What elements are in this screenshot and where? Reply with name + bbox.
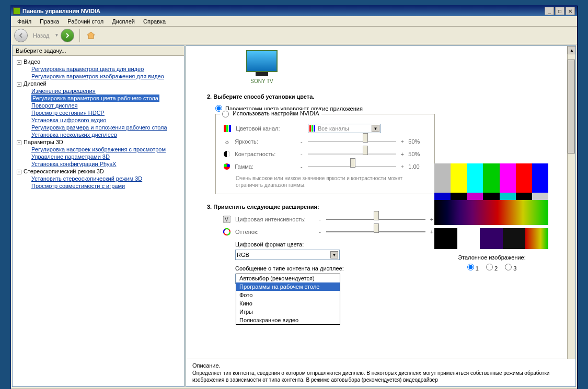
arrow-left-icon <box>18 32 24 39</box>
colorfmt-value: RGB <box>237 252 249 258</box>
ref-radio-3[interactable]: 3 <box>505 264 516 272</box>
monitor-label: SONY TV <box>238 78 285 84</box>
minus-icon: - <box>299 138 303 145</box>
tree-category[interactable]: Дисплей <box>24 80 47 87</box>
tree-toggle[interactable]: − <box>17 82 21 87</box>
channel-select-icon <box>309 125 316 132</box>
tree-toggle[interactable]: − <box>17 140 21 145</box>
tree-item[interactable]: Установка нескольких дисплеев <box>14 131 183 138</box>
contrast-slider[interactable] <box>308 150 397 158</box>
back-dropdown-icon[interactable]: ▼ <box>55 33 59 38</box>
tree-item[interactable]: Установить стереоскопический режим 3D <box>14 175 183 182</box>
chevron-down-icon: ▼ <box>330 251 338 258</box>
display-selector[interactable]: SONY TV <box>238 50 285 84</box>
svg-rect-0 <box>224 125 226 132</box>
tree-item[interactable]: Регулировка параметров цвета рабочего ст… <box>14 95 183 102</box>
menu-display[interactable]: Дисплей <box>108 17 139 26</box>
forward-button[interactable] <box>61 29 74 42</box>
tree-toggle[interactable]: − <box>17 170 21 174</box>
tree-toggle[interactable]: − <box>17 60 21 65</box>
minus-icon: - <box>318 216 322 222</box>
ref-radio-2[interactable]: 2 <box>486 264 498 272</box>
vertical-scrollbar[interactable]: ▲ ▼ <box>567 46 575 386</box>
tree-item[interactable]: Управление параметрами 3D <box>14 153 183 160</box>
brightness-label: Яркость: <box>235 138 295 145</box>
maximize-button[interactable]: □ <box>555 7 564 15</box>
tree-item[interactable]: Просмотр совместимости с играми <box>14 182 183 190</box>
nvidia-icon <box>13 7 20 15</box>
tree-category[interactable]: Параметры 3D <box>24 139 63 145</box>
minimize-button[interactable]: _ <box>545 7 554 15</box>
digital-slider[interactable] <box>326 215 425 223</box>
close-button[interactable]: ✕ <box>566 7 575 15</box>
popup-option[interactable]: Игры <box>236 308 340 316</box>
task-tree[interactable]: −ВидеоРегулировка параметров цвета для в… <box>13 56 184 386</box>
description-text: Определяет тип контента, сведения о кото… <box>192 370 569 383</box>
nvidia-settings-group: Использовать настройки NVIDIA Цветовой к… <box>215 114 435 194</box>
digital-label: Цифровая интенсивность: <box>235 216 314 222</box>
popup-option[interactable]: Кино <box>236 299 340 308</box>
gamma-value: 1.00 <box>408 163 427 170</box>
gamma-slider[interactable] <box>308 162 397 171</box>
tree-category[interactable]: Стереоскопический режим 3D <box>24 168 104 174</box>
hue-slider[interactable] <box>326 228 425 236</box>
svg-rect-5 <box>314 125 315 132</box>
scroll-thumb[interactable] <box>568 60 575 154</box>
tree-item[interactable]: Просмотр состояния HDCP <box>14 109 183 116</box>
svg-text:V: V <box>225 217 228 222</box>
popup-option[interactable]: Автовыбор (рекомендуется) <box>236 274 340 282</box>
colorfmt-select[interactable]: RGB ▼ <box>235 250 340 260</box>
testcard-image <box>434 163 548 225</box>
popup-option[interactable]: Программы на рабочем столе <box>236 282 340 291</box>
tree-item[interactable]: Регулировка параметров цвета для видео <box>14 65 183 73</box>
tree-item[interactable]: Регулировка размера и положения рабочего… <box>14 124 183 131</box>
slider-thumb[interactable] <box>374 223 379 233</box>
tree-item[interactable]: Регулировка настроек изображения с просм… <box>14 146 183 153</box>
tree-item[interactable]: Регулировка параметров изображения для в… <box>14 73 183 80</box>
slider-thumb[interactable] <box>363 146 368 155</box>
back-button[interactable] <box>14 29 28 42</box>
home-icon <box>86 30 96 41</box>
window-controls: _ □ ✕ <box>545 7 575 15</box>
popup-option[interactable]: Фото <box>236 291 340 299</box>
tree-category[interactable]: Видео <box>24 58 40 65</box>
channel-label: Цветовой канал: <box>236 125 304 132</box>
hue-label: Оттенок: <box>235 229 314 235</box>
contrast-icon <box>223 150 230 158</box>
minus-icon: - <box>299 151 303 157</box>
titlebar[interactable]: Панель управления NVIDIA _ □ ✕ <box>11 6 577 16</box>
slider-thumb[interactable] <box>363 133 368 143</box>
tree-item[interactable]: Поворот дисплея <box>14 102 183 109</box>
popup-option[interactable]: Полноэкранное видео <box>236 316 340 324</box>
ref-radio-1[interactable]: 1 <box>467 264 479 272</box>
menu-help[interactable]: Справка <box>139 17 170 26</box>
tree-item[interactable]: Установка цифрового аудио <box>14 116 183 124</box>
step2-heading: 2. Выберите способ установки цвета. <box>207 93 557 100</box>
svg-point-9 <box>227 164 230 167</box>
tree-item[interactable]: Изменение разрешения <box>14 87 183 95</box>
scroll-up-button[interactable]: ▲ <box>568 46 576 54</box>
chevron-down-icon: ▼ <box>372 125 379 132</box>
svg-rect-1 <box>226 125 228 132</box>
slider-thumb[interactable] <box>374 211 379 220</box>
back-label: Назад <box>33 32 50 39</box>
contentmsg-popup[interactable]: Автовыбор (рекомендуется)Программы на ра… <box>236 274 340 325</box>
brightness-value: 50% <box>408 138 427 145</box>
plus-icon: + <box>430 216 434 222</box>
home-button[interactable] <box>85 30 97 41</box>
sidebar-header: Выберите задачу... <box>13 46 184 56</box>
svg-rect-4 <box>312 125 313 132</box>
plus-icon: + <box>400 151 404 157</box>
menu-file[interactable]: Файл <box>13 17 36 26</box>
menu-desktop[interactable]: Рабочий стол <box>63 17 108 26</box>
channel-select[interactable]: Все каналы ▼ <box>308 124 381 133</box>
slider-thumb[interactable] <box>350 158 355 168</box>
gamma-label: Гамма: <box>235 163 295 170</box>
menu-edit[interactable]: Правка <box>36 17 63 26</box>
app-window: Панель управления NVIDIA _ □ ✕ Файл Прав… <box>10 5 578 389</box>
gamma-note: Очень высокое или низкое значение яркост… <box>236 175 427 188</box>
radio-nvidia[interactable] <box>222 111 229 117</box>
brightness-slider[interactable] <box>308 137 397 146</box>
scroll-track[interactable] <box>568 54 575 378</box>
tree-item[interactable]: Установка конфигурации PhysX <box>14 160 183 168</box>
